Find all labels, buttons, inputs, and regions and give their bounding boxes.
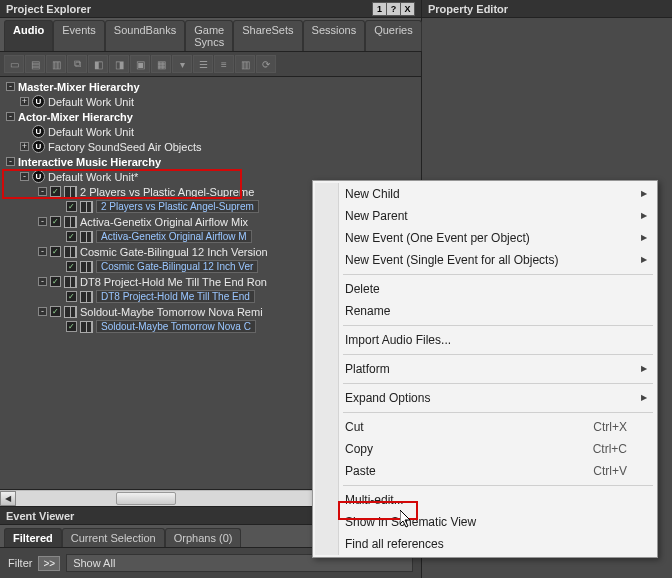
checkbox-icon[interactable]: ✓ [50, 246, 61, 257]
expander-icon[interactable]: - [38, 217, 47, 226]
context-menu-label: Import Audio Files... [345, 333, 451, 347]
tab-gamesyncs[interactable]: Game Syncs [185, 20, 233, 51]
expander-icon[interactable]: - [38, 247, 47, 256]
checkbox-icon[interactable]: ✓ [66, 231, 77, 242]
context-menu-item[interactable]: Platform [315, 358, 655, 380]
tree-item-label[interactable]: Soldout-Maybe Tomorrow Nova Remi [80, 306, 263, 318]
checkbox-icon[interactable]: ✓ [50, 216, 61, 227]
expander-icon[interactable]: - [6, 157, 15, 166]
context-menu-label: Platform [345, 362, 390, 376]
toolbar-btn-7[interactable]: ▣ [130, 55, 150, 73]
context-menu-shortcut: Ctrl+C [593, 442, 627, 456]
tab-audio[interactable]: Audio [4, 20, 53, 51]
expander-icon[interactable]: - [38, 187, 47, 196]
expander-icon[interactable]: - [20, 172, 29, 181]
toolbar-btn-3[interactable]: ▥ [46, 55, 66, 73]
project-explorer-title-bar: Project Explorer 1 ? X [0, 0, 421, 18]
music-segment-icon [64, 186, 77, 198]
context-menu-item[interactable]: Delete [315, 278, 655, 300]
context-menu-item[interactable]: Show in Schematic View [315, 511, 655, 533]
work-unit-icon: U [32, 170, 45, 183]
tree-item-label[interactable]: Cosmic Gate-Bilingual 12 Inch Version [80, 246, 268, 258]
context-menu-item[interactable]: CopyCtrl+C [315, 438, 655, 460]
toolbar-btn-1[interactable]: ▭ [4, 55, 24, 73]
checkbox-icon[interactable]: ✓ [50, 306, 61, 317]
context-menu-item[interactable]: CutCtrl+X [315, 416, 655, 438]
checkbox-icon[interactable]: ✓ [66, 201, 77, 212]
context-menu-item[interactable]: New Event (One Event per Object) [315, 227, 655, 249]
toolbar-btn-5[interactable]: ◧ [88, 55, 108, 73]
tree-child-label[interactable]: 2 Players vs Plastic Angel-Suprem [96, 200, 259, 213]
context-menu-label: New Event (One Event per Object) [345, 231, 530, 245]
music-segment-icon [64, 216, 77, 228]
music-segment-icon [64, 276, 77, 288]
context-menu-label: Rename [345, 304, 390, 318]
tab-filtered[interactable]: Filtered [4, 528, 62, 547]
context-menu-item[interactable]: Find all references [315, 533, 655, 555]
context-menu-item[interactable]: Expand Options [315, 387, 655, 409]
context-menu-item[interactable]: Multi-edit... [315, 489, 655, 511]
expander-icon[interactable]: - [6, 112, 15, 121]
context-menu-item[interactable]: New Child [315, 183, 655, 205]
toolbar-btn-9[interactable]: ▾ [172, 55, 192, 73]
tree-child-label[interactable]: Soldout-Maybe Tomorrow Nova C [96, 320, 256, 333]
context-menu-separator [343, 274, 653, 275]
expander-icon[interactable]: + [20, 142, 29, 151]
context-menu-shortcut: Ctrl+X [593, 420, 627, 434]
tab-events[interactable]: Events [53, 20, 105, 51]
explorer-toolbar: ▭ ▤ ▥ ⧉ ◧ ◨ ▣ ▦ ▾ ☰ ≡ ▥ ⟳ [0, 52, 421, 77]
context-menu-item[interactable]: Rename [315, 300, 655, 322]
expander-icon[interactable]: - [38, 307, 47, 316]
win-help-button[interactable]: ? [386, 2, 401, 16]
checkbox-icon[interactable]: ✓ [66, 291, 77, 302]
tree-child-label[interactable]: Activa-Genetix Original Airflow M [96, 230, 252, 243]
tab-current-selection[interactable]: Current Selection [62, 528, 165, 547]
context-menu-item[interactable]: PasteCtrl+V [315, 460, 655, 482]
tab-sharesets[interactable]: ShareSets [233, 20, 302, 51]
tree-item-label[interactable]: Default Work Unit [48, 96, 134, 108]
expander-icon[interactable]: - [6, 82, 15, 91]
toolbar-btn-4[interactable]: ⧉ [67, 55, 87, 73]
win-pin-button[interactable]: 1 [372, 2, 387, 16]
toolbar-btn-13[interactable]: ⟳ [256, 55, 276, 73]
tree-item-label[interactable]: Factory SoundSeed Air Objects [48, 141, 201, 153]
music-segment-icon [64, 246, 77, 258]
toolbar-btn-2[interactable]: ▤ [25, 55, 45, 73]
window-buttons: 1 ? X [373, 2, 415, 16]
music-track-icon [80, 291, 93, 303]
tree-child-label[interactable]: Cosmic Gate-Bilingual 12 Inch Ver [96, 260, 258, 273]
tree-item-label[interactable]: 2 Players vs Plastic Angel-Supreme [80, 186, 254, 198]
toolbar-btn-10[interactable]: ☰ [193, 55, 213, 73]
context-menu-label: Delete [345, 282, 380, 296]
scroll-thumb[interactable] [116, 492, 176, 505]
checkbox-icon[interactable]: ✓ [50, 186, 61, 197]
toolbar-btn-8[interactable]: ▦ [151, 55, 171, 73]
tab-queries[interactable]: Queries [365, 20, 422, 51]
tree-item-label[interactable]: Default Work Unit [48, 126, 134, 138]
tree-child-label[interactable]: DT8 Project-Hold Me Till The End [96, 290, 255, 303]
context-menu-shortcut: Ctrl+V [593, 464, 627, 478]
tab-sessions[interactable]: Sessions [303, 20, 366, 51]
toolbar-btn-6[interactable]: ◨ [109, 55, 129, 73]
tree-item-label[interactable]: DT8 Project-Hold Me Till The End Ron [80, 276, 267, 288]
context-menu-item[interactable]: New Parent [315, 205, 655, 227]
expander-icon[interactable]: - [38, 277, 47, 286]
checkbox-icon[interactable]: ✓ [66, 261, 77, 272]
tab-orphans[interactable]: Orphans (0) [165, 528, 242, 547]
toolbar-btn-12[interactable]: ▥ [235, 55, 255, 73]
context-menu-item[interactable]: Import Audio Files... [315, 329, 655, 351]
tab-soundbanks[interactable]: SoundBanks [105, 20, 185, 51]
property-editor-title-bar: Property Editor [422, 0, 672, 18]
context-menu[interactable]: New ChildNew ParentNew Event (One Event … [312, 180, 658, 558]
tree-item-label[interactable]: Default Work Unit* [48, 171, 138, 183]
context-menu-item[interactable]: New Event (Single Event for all Objects) [315, 249, 655, 271]
toolbar-btn-11[interactable]: ≡ [214, 55, 234, 73]
context-menu-separator [343, 354, 653, 355]
checkbox-icon[interactable]: ✓ [50, 276, 61, 287]
tree-item-label[interactable]: Activa-Genetix Original Airflow Mix [80, 216, 248, 228]
checkbox-icon[interactable]: ✓ [66, 321, 77, 332]
win-close-button[interactable]: X [400, 2, 415, 16]
scroll-left-button[interactable]: ◀ [0, 491, 16, 506]
filter-expand-button[interactable]: >> [38, 556, 60, 571]
expander-icon[interactable]: + [20, 97, 29, 106]
